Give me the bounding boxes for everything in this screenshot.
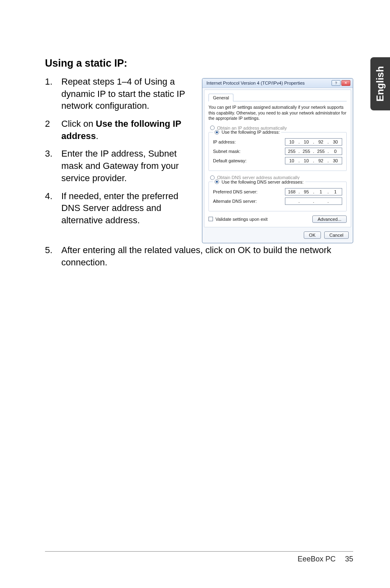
tab-general[interactable]: General	[208, 94, 233, 101]
ip-fieldset: Use the following IP address: IP address…	[208, 132, 347, 171]
radio-icon	[215, 130, 219, 135]
footer-product: EeeBox PC	[298, 555, 336, 563]
alternate-dns-input[interactable]: . . .	[285, 197, 342, 205]
radio-use-ip[interactable]: Use the following IP address:	[222, 130, 280, 135]
list-item: 4. If needed, enter the preferred DNS Se…	[45, 190, 192, 227]
list-item: 2 Click on Use the following IP address.	[45, 118, 192, 142]
list-item: 1. Repeat steps 1–4 of Using a dynamic I…	[45, 76, 192, 112]
step-number: 4.	[45, 190, 61, 227]
step-text: If needed, enter the preferred DNS Serve…	[61, 190, 192, 227]
page-footer: EeeBox PC 35	[45, 551, 353, 563]
close-icon[interactable]: ✕	[341, 80, 350, 86]
language-side-tab: English	[370, 57, 390, 110]
step-number: 3.	[45, 148, 61, 184]
ipv4-properties-dialog: Internet Protocol Version 4 (TCP/IPv4) P…	[202, 78, 353, 243]
tab-strip: General	[208, 93, 347, 101]
advanced-button[interactable]: Advanced...	[312, 215, 347, 223]
step-text: Enter the IP address, Subnet mask and Ga…	[61, 148, 192, 184]
dialog-description: You can get IP settings assigned automat…	[208, 105, 347, 121]
step-text: After entering all the related values, c…	[61, 244, 353, 268]
default-gateway-label: Default gateway:	[213, 158, 247, 163]
step-number: 5.	[45, 244, 61, 268]
validate-checkbox[interactable]	[208, 217, 213, 221]
ip-address-label: IP address:	[213, 139, 235, 144]
dns-fieldset: Use the following DNS server addresses: …	[208, 182, 347, 211]
language-side-tab-label: English	[374, 66, 386, 102]
step-number: 1.	[45, 76, 61, 112]
ok-button[interactable]: OK	[304, 231, 321, 239]
default-gateway-input[interactable]: 10. 10. 92. 30	[285, 157, 342, 164]
ip-address-input[interactable]: 10. 10. 92. 30	[285, 138, 342, 146]
step-number: 2	[45, 118, 61, 142]
radio-use-dns[interactable]: Use the following DNS server addresses:	[222, 180, 304, 184]
cancel-button[interactable]: Cancel	[324, 231, 349, 239]
subnet-mask-label: Subnet mask:	[213, 149, 240, 154]
instruction-list: 1. Repeat steps 1–4 of Using a dynamic I…	[45, 76, 192, 232]
subnet-mask-input[interactable]: 255. 255. 255. 0	[285, 148, 342, 155]
alternate-dns-label: Alternate DNS server:	[213, 199, 257, 204]
radio-icon	[215, 180, 219, 184]
step-text: Repeat steps 1–4 of Using a dynamic IP t…	[61, 76, 192, 112]
list-item: 3. Enter the IP address, Subnet mask and…	[45, 148, 192, 184]
section-heading: Using a static IP:	[45, 57, 353, 69]
validate-label: Validate settings upon exit	[215, 217, 268, 222]
preferred-dns-label: Preferred DNS server:	[213, 189, 258, 194]
step-text: Click on Use the following IP address.	[61, 118, 192, 142]
footer-page-number: 35	[345, 555, 353, 563]
dialog-titlebar: Internet Protocol Version 4 (TCP/IPv4) P…	[202, 79, 353, 88]
help-icon[interactable]: ?	[332, 80, 341, 86]
preferred-dns-input[interactable]: 168. 95. 1. 1	[285, 188, 342, 195]
list-item: 5. After entering all the related values…	[45, 244, 353, 268]
dialog-title: Internet Protocol Version 4 (TCP/IPv4) P…	[206, 81, 305, 85]
